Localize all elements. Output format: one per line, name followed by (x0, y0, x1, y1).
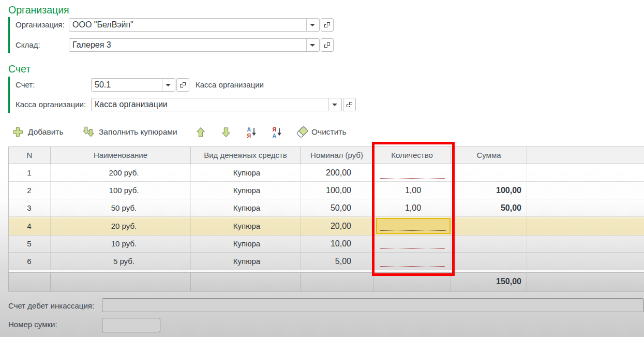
svg-text:Я: Я (273, 126, 277, 133)
svg-text:Я: Я (247, 133, 251, 139)
svg-text:А: А (247, 126, 251, 133)
svg-text:А: А (273, 133, 277, 139)
